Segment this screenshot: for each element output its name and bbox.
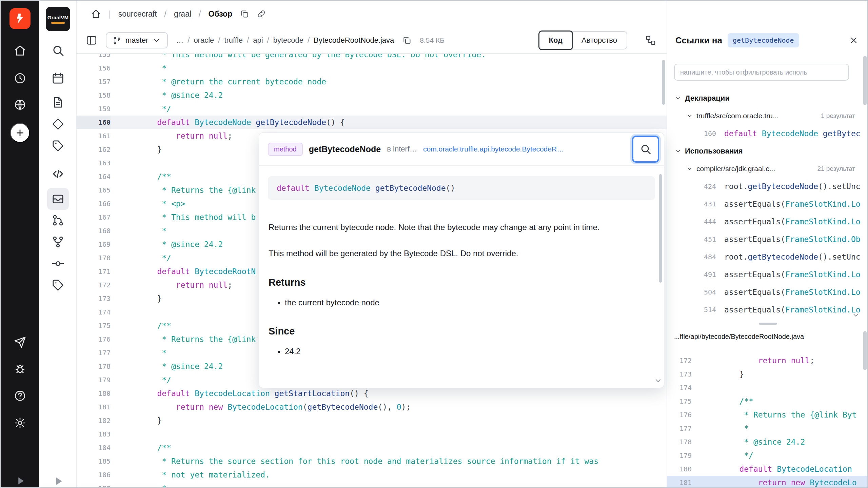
calendar-icon[interactable] xyxy=(51,72,65,85)
preview-scrollbar[interactable] xyxy=(863,331,867,370)
path-segment[interactable]: api xyxy=(253,36,263,45)
preview-lines: 172 return null;173 }174175 /**176 * Ret… xyxy=(667,354,868,487)
ref-group-row[interactable]: Декларации xyxy=(667,89,868,107)
tab-code[interactable]: Код xyxy=(538,30,573,50)
ref-file-row[interactable]: truffle/src/com.oracle.tru...1 результат xyxy=(667,107,868,125)
references-scrollbar[interactable] xyxy=(863,56,867,105)
symbol-context: в interf… xyxy=(387,145,417,154)
code-line-158[interactable]: 158 * @since 24.2 xyxy=(77,88,667,102)
code-line-187[interactable]: 187 * xyxy=(77,482,667,488)
commits-icon[interactable] xyxy=(51,257,65,270)
explore-globe-icon[interactable] xyxy=(14,98,26,111)
code-line-181[interactable]: 181 return new BytecodeLo xyxy=(667,476,868,487)
line-number: 179 xyxy=(667,449,692,462)
path-segment[interactable]: … xyxy=(176,36,183,45)
code-line-179[interactable]: 179 */ xyxy=(667,449,868,462)
path-segment[interactable]: truffle xyxy=(224,36,243,45)
editor-scrollbar[interactable] xyxy=(662,60,665,105)
file-structure-icon[interactable] xyxy=(645,35,656,46)
code-line-178[interactable]: 178 * @since 24.2 xyxy=(667,435,868,449)
code-line-156[interactable]: 156 * xyxy=(77,61,667,75)
debug-bug-icon[interactable] xyxy=(14,362,26,375)
panel-resize-handle[interactable] xyxy=(667,321,868,327)
ref-result-row[interactable]: 160default BytecodeNode getBytec xyxy=(667,125,868,142)
path-segment[interactable]: oracle xyxy=(194,36,214,45)
code-line-181[interactable]: 181 return new BytecodeLocation(getBytec… xyxy=(77,400,667,414)
ref-result-row[interactable]: 431assertEquals(FrameSlotKind.Lo xyxy=(667,195,868,213)
home-icon[interactable] xyxy=(14,44,26,57)
ref-result-row[interactable]: 484root.getBytecodeNode().setUnc xyxy=(667,248,868,266)
toggle-file-tree-icon[interactable] xyxy=(85,34,98,46)
code-line-182[interactable]: 182 } xyxy=(77,414,667,427)
code-text xyxy=(111,427,667,441)
search-icon[interactable] xyxy=(51,44,65,57)
close-panel-button[interactable] xyxy=(849,36,859,45)
path-segment[interactable]: bytecode xyxy=(273,36,303,45)
code-line-155[interactable]: 155 * This method will be generated by t… xyxy=(77,54,667,61)
sourcecraft-logo[interactable] xyxy=(9,8,31,29)
branch-selector[interactable]: master xyxy=(106,32,168,48)
copy-path-icon[interactable] xyxy=(402,36,412,45)
scroll-down-icon[interactable] xyxy=(852,311,860,319)
find-references-button[interactable] xyxy=(632,136,659,163)
send-icon[interactable] xyxy=(14,336,26,349)
code-line-174[interactable]: 174 xyxy=(667,381,868,394)
code-text: return null; xyxy=(692,354,868,367)
code-line-177[interactable]: 177 * xyxy=(667,422,868,435)
ref-result-row[interactable]: 504assertEquals(FrameSlotKind.Lo xyxy=(667,283,868,301)
code-line-159[interactable]: 159 */ xyxy=(77,102,667,116)
references-filter-input[interactable] xyxy=(674,64,849,81)
settings-gear-icon[interactable] xyxy=(14,416,26,429)
code-line-180[interactable]: 180 default BytecodeLocation getStartLoc… xyxy=(77,387,667,400)
expand-rail-icon[interactable] xyxy=(14,474,26,487)
merge-request-icon[interactable] xyxy=(51,214,65,227)
symbol-fqn-link[interactable]: com.oracle.truffle.api.bytecode.Bytecode… xyxy=(423,145,564,153)
ref-group-row[interactable]: Использования xyxy=(667,142,868,160)
line-number: 187 xyxy=(77,482,111,488)
code-text: * @since 24.2 xyxy=(692,435,868,449)
code-line-160[interactable]: 160 default BytecodeNode getBytecodeNode… xyxy=(77,116,667,129)
labels-tag-icon[interactable] xyxy=(51,139,65,152)
line-number: 184 xyxy=(77,441,111,454)
milestone-diamond-icon[interactable] xyxy=(51,117,65,131)
code-icon[interactable] xyxy=(51,167,65,181)
expand-sidebar-icon[interactable] xyxy=(51,474,65,488)
code-line-185[interactable]: 185 * Returns the source section for thi… xyxy=(77,454,667,468)
breadcrumb-project[interactable]: sourcecraft xyxy=(118,9,157,19)
code-line-186[interactable]: 186 * not yet materialized. xyxy=(77,468,667,482)
ref-result-row[interactable]: 444assertEquals(FrameSlotKind.Lo xyxy=(667,213,868,230)
ref-result-row[interactable]: 451assertEquals(FrameSlotKind.Ob xyxy=(667,230,868,248)
breadcrumb-repo[interactable]: graal xyxy=(174,9,191,19)
ref-result-row[interactable]: 491assertEquals(FrameSlotKind.Lo xyxy=(667,266,868,283)
branches-fork-icon[interactable] xyxy=(51,235,65,249)
copy-icon[interactable] xyxy=(240,9,249,19)
ref-result-row[interactable]: 514assertEquals(FrameSlotKind.Lo xyxy=(667,301,868,319)
home-breadcrumb-icon[interactable] xyxy=(91,9,101,19)
line-number: 169 xyxy=(77,238,111,251)
code-line-180[interactable]: 180 default BytecodeLocation xyxy=(667,462,868,476)
ref-file-row[interactable]: compiler/src/jdk.graal.c...21 результат xyxy=(667,160,868,178)
code-line-183[interactable]: 183 xyxy=(77,427,667,441)
popup-scrollbar[interactable] xyxy=(659,174,662,283)
repository-icon[interactable] xyxy=(51,192,65,206)
history-icon[interactable] xyxy=(14,72,26,85)
create-button[interactable] xyxy=(10,123,30,143)
code-line-172[interactable]: 172 return null; xyxy=(667,354,868,367)
documents-icon[interactable] xyxy=(51,96,65,109)
link-icon[interactable] xyxy=(257,9,266,19)
help-icon[interactable] xyxy=(14,389,26,402)
code-line-184[interactable]: 184 /** xyxy=(77,441,667,454)
code-line-175[interactable]: 175 /** xyxy=(667,394,868,408)
preview-file-path[interactable]: ...ffle/api/bytecode/BytecodeRootNode.ja… xyxy=(667,327,868,343)
tab-authorship[interactable]: Авторство xyxy=(572,32,627,49)
graalvm-logo-text: GraalVM xyxy=(47,15,68,20)
code-text: return new BytecodeLo xyxy=(692,476,868,487)
ref-result-row[interactable]: 424root.getBytecodeNode().setUnc xyxy=(667,178,868,195)
line-number: 155 xyxy=(77,54,111,61)
graalvm-logo[interactable]: GraalVM xyxy=(46,7,70,31)
code-line-176[interactable]: 176 * Returns the {@link Byt xyxy=(667,408,868,422)
code-line-173[interactable]: 173 } xyxy=(667,367,868,381)
code-line-157[interactable]: 157 * @return the current bytecode node xyxy=(77,75,667,88)
scroll-down-icon[interactable] xyxy=(654,376,663,385)
tags-icon[interactable] xyxy=(51,278,65,292)
